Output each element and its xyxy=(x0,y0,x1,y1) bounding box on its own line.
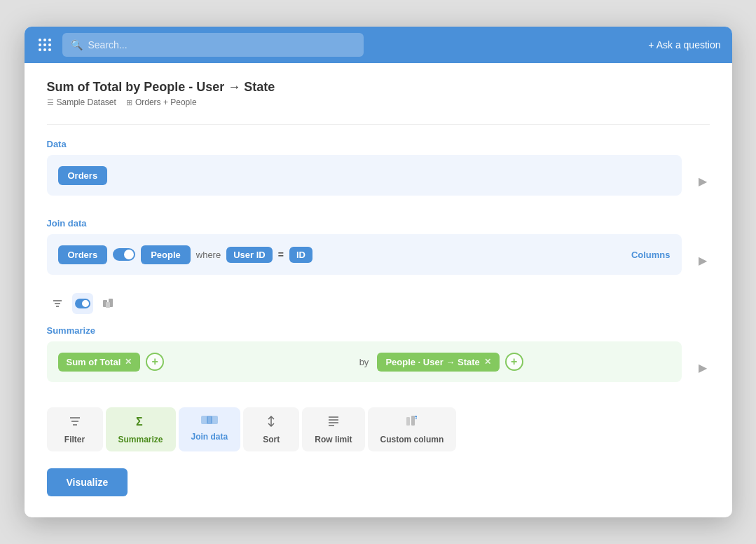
equals-sign: = xyxy=(278,249,284,260)
data-section-label: Data xyxy=(47,139,710,149)
row-limit-action-label: Row limit xyxy=(315,435,352,444)
summarize-section-arrow[interactable]: ▶ xyxy=(696,358,710,377)
breadcrumb-table[interactable]: ⊞ Orders + People xyxy=(126,97,197,107)
join-toggle-thumb xyxy=(124,250,134,259)
join-people-button[interactable]: People xyxy=(141,245,191,264)
filter-action-button[interactable]: Filter xyxy=(47,407,103,451)
metric-group: Sum of Total ✕ + xyxy=(58,353,351,372)
sort-action-label: Sort xyxy=(263,435,280,444)
app-menu-icon[interactable] xyxy=(36,36,54,54)
svg-rect-19 xyxy=(406,417,410,426)
toggle-icon-btn[interactable] xyxy=(72,293,93,314)
join-data-action-label: Join data xyxy=(191,432,228,442)
custom-column-action-label: Custom column xyxy=(380,435,444,444)
data-section-box: Orders xyxy=(47,155,682,196)
svg-rect-20 xyxy=(411,416,415,426)
svg-rect-14 xyxy=(207,416,212,424)
search-bar[interactable]: 🔍 xyxy=(62,33,364,57)
summarize-section-label: Summarize xyxy=(47,325,710,336)
sum-of-total-button[interactable]: Sum of Total ✕ xyxy=(58,353,141,372)
join-section-arrow[interactable]: ▶ xyxy=(696,251,710,270)
svg-rect-7 xyxy=(106,302,110,308)
add-groupby-button[interactable]: + xyxy=(505,353,523,371)
svg-point-4 xyxy=(82,300,89,307)
summarize-action-label: Summarize xyxy=(118,435,163,444)
sort-action-icon xyxy=(264,414,278,432)
action-buttons-row: Filter Σ Summarize Join d xyxy=(47,407,710,451)
filter-action-icon xyxy=(68,414,82,432)
breadcrumb-dataset[interactable]: ☰ Sample Dataset xyxy=(47,97,116,107)
groupby-group: People · User → State ✕ + xyxy=(377,353,670,372)
divider xyxy=(47,124,710,125)
orders-button[interactable]: Orders xyxy=(58,166,108,185)
search-icon: 🔍 xyxy=(71,39,83,50)
join-section-label: Join data xyxy=(47,218,710,229)
by-label: by xyxy=(359,357,369,367)
columns-link[interactable]: Columns xyxy=(631,250,671,260)
breadcrumb: ☰ Sample Dataset ⊞ Orders + People xyxy=(47,97,710,107)
summarize-action-button[interactable]: Σ Summarize xyxy=(106,407,176,451)
join-data-action-button[interactable]: Join data xyxy=(179,407,241,451)
join-row: Orders People where User ID = ID Columns xyxy=(58,245,671,264)
summarize-row: Sum of Total ✕ + by People · User → Stat… xyxy=(58,353,671,372)
row-limit-action-icon xyxy=(327,414,341,432)
table-icon: ⊞ xyxy=(126,98,132,107)
main-content: Sum of Total by People - User → State ☰ … xyxy=(25,63,732,517)
join-orders-button[interactable]: Orders xyxy=(58,245,108,264)
group-by-button[interactable]: People · User → State ✕ xyxy=(377,353,499,372)
custom-column-action-button[interactable]: Custom column xyxy=(368,407,457,451)
user-id-pill[interactable]: User ID xyxy=(226,247,273,263)
search-input[interactable] xyxy=(88,39,355,50)
filter-icon-btn[interactable] xyxy=(47,293,68,314)
add-metric-button[interactable]: + xyxy=(146,353,164,371)
join-data-action-icon xyxy=(201,414,218,429)
custom-column-action-icon xyxy=(405,414,419,432)
page-title: Sum of Total by People - User → State xyxy=(47,80,710,95)
data-section-arrow[interactable]: ▶ xyxy=(696,172,710,191)
sort-action-button[interactable]: Sort xyxy=(243,407,299,451)
filter-action-label: Filter xyxy=(64,435,85,444)
summarize-section-box: Sum of Total ✕ + by People · User → Stat… xyxy=(47,341,682,382)
svg-text:Σ: Σ xyxy=(136,416,143,428)
join-section-box: Orders People where User ID = ID Columns xyxy=(47,234,682,275)
id-pill[interactable]: ID xyxy=(289,247,312,263)
dataset-icon: ☰ xyxy=(47,98,54,107)
join-toggle[interactable] xyxy=(113,248,135,261)
visualize-button[interactable]: Visualize xyxy=(47,468,128,496)
sum-total-close-icon[interactable]: ✕ xyxy=(125,357,132,367)
toolbar-row xyxy=(47,293,710,314)
row-limit-action-button[interactable]: Row limit xyxy=(302,407,364,451)
where-label: where xyxy=(196,250,221,260)
topnav: 🔍 + Ask a question xyxy=(25,27,732,63)
group-by-close-icon[interactable]: ✕ xyxy=(484,357,491,367)
summarize-action-icon: Σ xyxy=(134,414,148,432)
ask-question-button[interactable]: + Ask a question xyxy=(648,39,720,50)
custom-icon-btn[interactable] xyxy=(97,293,118,314)
